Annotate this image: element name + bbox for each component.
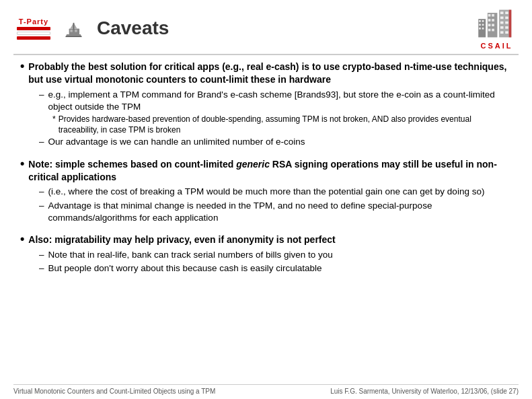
sub-sub-bullet-1-1-1: * Provides hardware-based prevention of … bbox=[52, 114, 512, 135]
sub-bullet-1-1-text: e.g., implement a TPM command for Brand'… bbox=[48, 89, 512, 113]
csail-label: CSAIL bbox=[481, 42, 513, 50]
svg-rect-24 bbox=[500, 11, 504, 14]
sub-bullet-1-1: – e.g., implement a TPM command for Bran… bbox=[39, 89, 512, 113]
asterisk-icon: * bbox=[52, 114, 56, 125]
svg-rect-20 bbox=[492, 24, 494, 26]
bullet-2-sub-bullets: – (i.e., where the cost of breaking a TP… bbox=[39, 186, 512, 224]
svg-rect-31 bbox=[505, 26, 508, 29]
sub-sub-bullets-1-1: * Provides hardware-based prevention of … bbox=[52, 114, 512, 135]
bullet-2-main: • Note: simple schemes based on count-li… bbox=[20, 158, 512, 184]
svg-rect-32 bbox=[500, 31, 504, 34]
bullet-3-sub-bullets: – Note that in real-life, bank can track… bbox=[39, 249, 512, 275]
bullet-section-1: • Probably the best solution for critica… bbox=[20, 61, 512, 149]
sub-bullet-3-1: – Note that in real-life, bank can track… bbox=[39, 249, 512, 261]
sub-sub-bullet-1-1-1-text: Provides hardware-based prevention of do… bbox=[59, 114, 512, 135]
sub-bullet-3-1-text: Note that in real-life, bank can track s… bbox=[48, 249, 333, 261]
ship-icon bbox=[62, 18, 85, 38]
svg-rect-6 bbox=[75, 30, 77, 32]
tparty-text: T-Party bbox=[19, 17, 48, 26]
stripe-red-2 bbox=[17, 36, 50, 40]
bullet-section-2: • Note: simple schemes based on count-li… bbox=[20, 158, 512, 224]
bullet-2-dot: • bbox=[20, 157, 24, 170]
sub-bullet-2-1: – (i.e., where the cost of breaking a TP… bbox=[39, 186, 512, 198]
bullet-1-main: • Probably the best solution for critica… bbox=[20, 61, 512, 86]
svg-rect-34 bbox=[509, 10, 512, 38]
stripe-red-1 bbox=[17, 27, 50, 30]
svg-rect-9 bbox=[482, 20, 484, 22]
bullet-3-text: Also: migratability may help privacy, ev… bbox=[28, 233, 335, 246]
slide: T-Party Caveats bbox=[0, 0, 532, 399]
svg-rect-18 bbox=[492, 19, 494, 22]
bullet-section-3: • Also: migratability may help privacy, … bbox=[20, 233, 512, 275]
stripe-white bbox=[17, 32, 50, 35]
bullet-2-text: Note: simple schemes based on count-limi… bbox=[28, 158, 512, 184]
bullet-1-dot: • bbox=[20, 60, 24, 72]
svg-rect-30 bbox=[500, 26, 504, 29]
sub-bullet-3-2-text: But people don't worry about this becaus… bbox=[48, 262, 322, 275]
svg-rect-29 bbox=[505, 22, 508, 24]
footer-left: Virtual Monotonic Counters and Count-Lim… bbox=[13, 388, 215, 395]
sub-bullet-2-1-text: (i.e., where the cost of breaking a TPM … bbox=[48, 186, 485, 198]
footer-right: Luis F.G. Sarmenta, University of Waterl… bbox=[330, 388, 519, 395]
svg-rect-8 bbox=[479, 20, 481, 22]
svg-rect-21 bbox=[488, 29, 491, 32]
svg-rect-17 bbox=[488, 19, 491, 22]
tparty-logo: T-Party bbox=[13, 17, 54, 40]
sub-bullet-3-2: – But people don't worry about this beca… bbox=[39, 262, 512, 275]
svg-rect-16 bbox=[492, 14, 494, 17]
sub-bullet-2-2: – Advantage is that minimal change is ne… bbox=[39, 200, 512, 224]
svg-rect-15 bbox=[488, 14, 491, 17]
svg-rect-12 bbox=[479, 28, 481, 30]
bullet-3-dot: • bbox=[20, 233, 24, 245]
svg-rect-11 bbox=[482, 24, 484, 26]
csail-logo: CSAIL bbox=[475, 7, 519, 50]
svg-rect-2 bbox=[73, 23, 75, 30]
svg-rect-28 bbox=[500, 22, 504, 24]
svg-rect-19 bbox=[488, 24, 491, 26]
svg-rect-22 bbox=[492, 29, 494, 32]
slide-header: T-Party Caveats bbox=[13, 7, 519, 55]
slide-title: Caveats bbox=[97, 17, 169, 39]
slide-content: • Probably the best solution for critica… bbox=[13, 61, 519, 275]
svg-rect-25 bbox=[505, 11, 508, 14]
bullet-3-main: • Also: migratability may help privacy, … bbox=[20, 233, 512, 246]
svg-rect-13 bbox=[482, 28, 484, 30]
svg-rect-10 bbox=[479, 24, 481, 26]
svg-rect-5 bbox=[70, 30, 72, 32]
bullet-1-text: Probably the best solution for critical … bbox=[28, 61, 512, 86]
tparty-stripes bbox=[17, 27, 50, 40]
sub-bullet-2-2-text: Advantage is that minimal change is need… bbox=[48, 200, 512, 224]
svg-rect-33 bbox=[505, 31, 508, 34]
svg-rect-27 bbox=[505, 17, 508, 20]
header-left: T-Party Caveats bbox=[13, 17, 169, 40]
slide-footer: Virtual Monotonic Counters and Count-Lim… bbox=[13, 384, 519, 395]
sub-bullet-1-2: – Our advantage is we can handle an unli… bbox=[39, 136, 512, 148]
sub-bullet-1-2-text: Our advantage is we can handle an unlimi… bbox=[48, 136, 305, 148]
csail-building-icon bbox=[475, 7, 519, 40]
bullet-1-sub-bullets: – e.g., implement a TPM command for Bran… bbox=[39, 89, 512, 149]
svg-rect-26 bbox=[500, 17, 504, 20]
